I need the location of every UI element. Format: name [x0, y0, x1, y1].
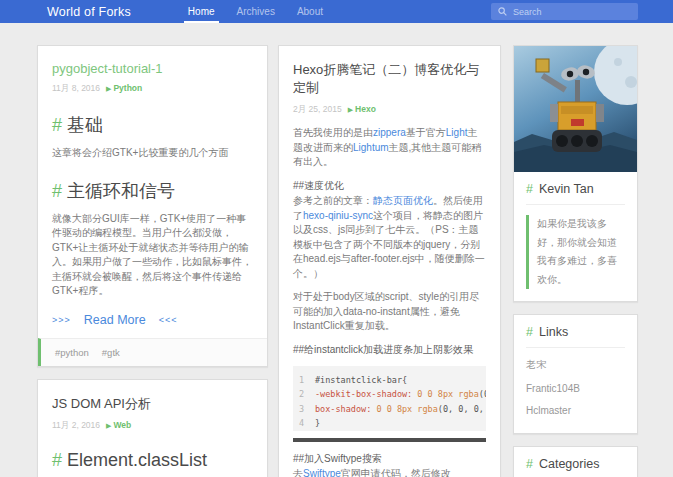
- post-category[interactable]: Web: [113, 420, 131, 430]
- post-card-pygobject: pygobject-tutorial-1 11月 8, 2016▶Python …: [37, 45, 268, 367]
- tag-python[interactable]: #python: [55, 347, 89, 358]
- link-swiftype[interactable]: Swiftype: [303, 468, 341, 477]
- site-title[interactable]: World of Forks: [47, 0, 131, 23]
- nav-item-about[interactable]: About: [286, 0, 334, 23]
- post-title[interactable]: Hexo折腾笔记（二）博客优化与定制: [293, 61, 486, 97]
- link-item-hclmaster[interactable]: Hclmaster: [526, 399, 625, 421]
- categories-card: #Categories ACM20 ASP.NET2 Cloud Computi…: [513, 446, 638, 477]
- post-paragraph: 首先我使用的是由zippera基于官方Light主题改进而来的Lightum主题…: [293, 126, 486, 170]
- column-left: pygobject-tutorial-1 11月 8, 2016▶Python …: [37, 45, 268, 477]
- sidebar: #Kevin Tan 如果你是我该多好，那你就会知道我有多难过，多喜欢你。 #L…: [513, 45, 638, 477]
- hash-icon: #: [526, 325, 533, 339]
- search-input[interactable]: [513, 7, 631, 17]
- links-heading: #Links: [526, 325, 625, 348]
- hash-icon: #: [52, 115, 62, 135]
- post-category[interactable]: Hexo: [355, 104, 376, 114]
- column-middle: Hexo折腾笔记（二）博客优化与定制 2月 25, 2015▶Hexo 首先我使…: [278, 45, 501, 477]
- category-marker-icon: ▶: [348, 106, 353, 113]
- author-quote: 如果你是我该多好，那你就会知道我有多难过，多喜欢你。: [526, 215, 625, 289]
- post-paragraph: 就像大部分GUI库一样，GTK+使用了一种事件驱动的编程模型。当用户什么都没做，…: [52, 212, 253, 299]
- section-heading: #基础: [52, 113, 253, 137]
- section-heading: #Element.classList: [52, 450, 253, 471]
- app-header: World of Forks Home Archives About: [0, 0, 673, 23]
- hash-icon: #: [52, 181, 62, 201]
- author-card: #Kevin Tan 如果你是我该多好，那你就会知道我有多难过，多喜欢你。: [513, 45, 638, 302]
- post-paragraph: 参考之前的文章：静态页面优化。然后使用了hexo-qiniu-sync这个项目，…: [293, 194, 486, 281]
- post-title[interactable]: JS DOM API分析: [52, 395, 253, 413]
- scrollbar-thumb[interactable]: [293, 438, 486, 442]
- post-meta: 2月 25, 2015▶Hexo: [293, 104, 486, 116]
- hash-icon: #: [52, 450, 62, 470]
- links-list: 老宋 Frantic104B Hclmaster: [526, 348, 625, 421]
- tag-gtk[interactable]: #gtk: [102, 347, 120, 358]
- hash-icon: #: [526, 457, 533, 471]
- post-paragraph: 对于处于body区域的script、style的引用尽可能的加入data-no-…: [293, 290, 486, 334]
- post-date: 11月 8, 2016: [52, 83, 100, 93]
- category-marker-icon: ▶: [106, 422, 111, 429]
- link-zippera[interactable]: zippera: [373, 127, 406, 138]
- wall-e-poster-image: [514, 46, 637, 172]
- code-scrollbar: [293, 438, 486, 442]
- content-area: pygobject-tutorial-1 11月 8, 2016▶Python …: [0, 23, 673, 477]
- category-marker-icon: ▶: [106, 85, 111, 92]
- post-card-hexo: Hexo折腾笔记（二）博客优化与定制 2月 25, 2015▶Hexo 首先我使…: [278, 45, 501, 477]
- post-tags: #python #gtk: [38, 338, 267, 366]
- post-paragraph: 这章将会介绍GTK+比较重要的几个方面: [52, 146, 253, 161]
- link-item-frantic104b[interactable]: Frantic104B: [526, 377, 625, 399]
- post-meta: 11月 8, 2016▶Python: [52, 83, 253, 95]
- post-paragraph: 去Swiftype官网申请代码，然后修改search.ejs文件为：: [293, 467, 486, 477]
- hash-icon: #: [526, 182, 533, 196]
- post-category[interactable]: Python: [113, 83, 142, 93]
- arrows-right: <<<: [159, 315, 178, 325]
- post-date: 2月 25, 2015: [293, 104, 342, 114]
- subheading-swiftype: ##加入Swiftype搜索: [293, 452, 486, 467]
- link-light-theme[interactable]: Light: [446, 127, 468, 138]
- search-icon: [498, 7, 507, 16]
- links-card: #Links 老宋 Frantic104B Hclmaster: [513, 314, 638, 434]
- post-card-jsdom: JS DOM API分析 11月 2, 2016▶Web #Element.cl…: [37, 379, 268, 477]
- nav-item-home[interactable]: Home: [177, 0, 226, 23]
- blog-page: World of Forks Home Archives About pygob…: [0, 0, 673, 477]
- author-name-heading: #Kevin Tan: [526, 182, 625, 205]
- link-item-laosong[interactable]: 老宋: [526, 352, 625, 377]
- link-lightum-theme[interactable]: Lightum: [353, 142, 389, 153]
- link-hexo-qiniu-sync[interactable]: hexo-qiniu-sync: [303, 210, 373, 221]
- post-date: 11月 2, 2016: [52, 420, 100, 430]
- post-title[interactable]: pygobject-tutorial-1: [52, 61, 253, 76]
- link-static-page-optimize[interactable]: 静态页面优化: [373, 195, 433, 206]
- read-more-link[interactable]: >>>Read More<<<: [52, 313, 253, 327]
- main-nav: Home Archives About: [177, 0, 334, 23]
- code-block-css: 1#instantclick-bar{2-webkit-box-shadow: …: [293, 366, 486, 431]
- search-box[interactable]: [491, 3, 638, 20]
- arrows-left: >>>: [52, 315, 71, 325]
- subheading-speed: ##速度优化: [293, 179, 486, 194]
- subheading-shadow: ##给instantclick加载进度条加上阴影效果: [293, 343, 486, 358]
- nav-item-archives[interactable]: Archives: [226, 0, 286, 23]
- post-meta: 11月 2, 2016▶Web: [52, 420, 253, 432]
- section-heading: #主循环和信号: [52, 179, 253, 203]
- categories-heading: #Categories: [526, 457, 625, 477]
